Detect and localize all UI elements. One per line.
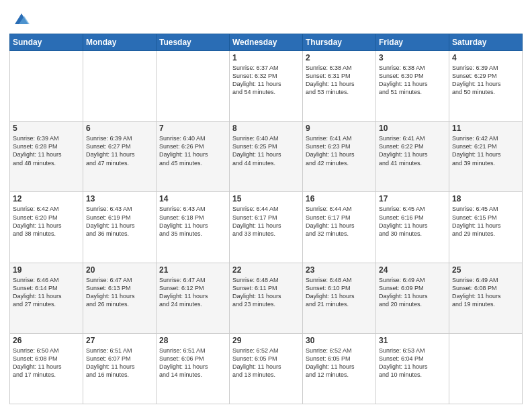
day-number: 30 — [306, 336, 373, 345]
day-number: 29 — [232, 336, 300, 345]
day-info: Sunrise: 6:49 AM Sunset: 6:09 PM Dayligh… — [379, 276, 446, 309]
calendar-cell: 4Sunrise: 6:39 AM Sunset: 6:29 PM Daylig… — [449, 51, 523, 122]
header — [9, 7, 523, 28]
day-number: 24 — [379, 265, 446, 275]
day-number: 8 — [232, 124, 300, 133]
day-info: Sunrise: 6:48 AM Sunset: 6:10 PM Dayligh… — [306, 276, 373, 309]
day-info: Sunrise: 6:45 AM Sunset: 6:16 PM Dayligh… — [379, 205, 446, 238]
calendar-cell: 2Sunrise: 6:38 AM Sunset: 6:31 PM Daylig… — [303, 51, 376, 122]
day-number: 31 — [379, 336, 446, 345]
calendar-week-5: 26Sunrise: 6:50 AM Sunset: 6:08 PM Dayli… — [10, 333, 523, 404]
calendar-cell: 24Sunrise: 6:49 AM Sunset: 6:09 PM Dayli… — [376, 263, 449, 333]
header-saturday: Saturday — [449, 34, 523, 51]
calendar-cell: 9Sunrise: 6:41 AM Sunset: 6:23 PM Daylig… — [303, 122, 376, 192]
day-number: 4 — [452, 53, 519, 62]
day-info: Sunrise: 6:39 AM Sunset: 6:28 PM Dayligh… — [13, 134, 80, 167]
weekday-header-row: Sunday Monday Tuesday Wednesday Thursday… — [10, 34, 523, 51]
day-number: 12 — [13, 194, 80, 203]
calendar-cell: 19Sunrise: 6:46 AM Sunset: 6:14 PM Dayli… — [10, 263, 83, 333]
calendar-cell: 7Sunrise: 6:40 AM Sunset: 6:26 PM Daylig… — [157, 122, 230, 192]
header-monday: Monday — [83, 34, 157, 51]
calendar-cell: 6Sunrise: 6:39 AM Sunset: 6:27 PM Daylig… — [83, 122, 157, 192]
day-info: Sunrise: 6:42 AM Sunset: 6:20 PM Dayligh… — [13, 205, 80, 238]
day-number: 17 — [379, 194, 446, 203]
day-info: Sunrise: 6:52 AM Sunset: 6:05 PM Dayligh… — [232, 347, 300, 379]
day-number: 9 — [306, 124, 373, 133]
header-thursday: Thursday — [303, 34, 376, 51]
day-number: 3 — [379, 53, 446, 62]
day-info: Sunrise: 6:38 AM Sunset: 6:31 PM Dayligh… — [306, 64, 373, 97]
day-info: Sunrise: 6:39 AM Sunset: 6:27 PM Dayligh… — [86, 134, 153, 167]
day-number: 11 — [452, 124, 519, 133]
calendar-cell — [449, 333, 523, 404]
calendar-cell: 17Sunrise: 6:45 AM Sunset: 6:16 PM Dayli… — [376, 192, 449, 263]
calendar-cell — [157, 51, 230, 122]
calendar-cell: 21Sunrise: 6:47 AM Sunset: 6:12 PM Dayli… — [157, 263, 230, 333]
day-info: Sunrise: 6:48 AM Sunset: 6:11 PM Dayligh… — [232, 276, 300, 309]
calendar-table: Sunday Monday Tuesday Wednesday Thursday… — [9, 34, 523, 404]
calendar-cell: 20Sunrise: 6:47 AM Sunset: 6:13 PM Dayli… — [83, 263, 157, 333]
day-info: Sunrise: 6:41 AM Sunset: 6:23 PM Dayligh… — [306, 134, 373, 167]
day-number: 15 — [232, 194, 300, 203]
day-info: Sunrise: 6:37 AM Sunset: 6:32 PM Dayligh… — [232, 64, 300, 97]
day-number: 6 — [86, 124, 153, 133]
calendar-cell: 14Sunrise: 6:43 AM Sunset: 6:18 PM Dayli… — [157, 192, 230, 263]
calendar-cell: 3Sunrise: 6:38 AM Sunset: 6:30 PM Daylig… — [376, 51, 449, 122]
day-number: 20 — [86, 265, 153, 275]
day-number: 7 — [159, 124, 226, 133]
calendar-cell: 8Sunrise: 6:40 AM Sunset: 6:25 PM Daylig… — [230, 122, 303, 192]
logo — [9, 9, 31, 28]
day-info: Sunrise: 6:40 AM Sunset: 6:25 PM Dayligh… — [232, 134, 300, 167]
calendar-cell: 11Sunrise: 6:42 AM Sunset: 6:21 PM Dayli… — [449, 122, 523, 192]
day-info: Sunrise: 6:53 AM Sunset: 6:04 PM Dayligh… — [379, 347, 446, 379]
day-number: 22 — [232, 265, 300, 275]
day-info: Sunrise: 6:40 AM Sunset: 6:26 PM Dayligh… — [159, 134, 226, 167]
calendar-cell: 31Sunrise: 6:53 AM Sunset: 6:04 PM Dayli… — [376, 333, 449, 404]
calendar-cell: 28Sunrise: 6:51 AM Sunset: 6:06 PM Dayli… — [157, 333, 230, 404]
calendar-week-3: 12Sunrise: 6:42 AM Sunset: 6:20 PM Dayli… — [10, 192, 523, 263]
day-info: Sunrise: 6:43 AM Sunset: 6:18 PM Dayligh… — [159, 205, 226, 238]
day-number: 26 — [13, 336, 80, 345]
day-number: 16 — [306, 194, 373, 203]
day-number: 25 — [452, 265, 519, 275]
day-number: 19 — [13, 265, 80, 275]
day-info: Sunrise: 6:41 AM Sunset: 6:22 PM Dayligh… — [379, 134, 446, 167]
calendar-cell: 10Sunrise: 6:41 AM Sunset: 6:22 PM Dayli… — [376, 122, 449, 192]
calendar-cell: 18Sunrise: 6:45 AM Sunset: 6:15 PM Dayli… — [449, 192, 523, 263]
calendar-cell: 16Sunrise: 6:44 AM Sunset: 6:17 PM Dayli… — [303, 192, 376, 263]
calendar-cell: 13Sunrise: 6:43 AM Sunset: 6:19 PM Dayli… — [83, 192, 157, 263]
day-number: 10 — [379, 124, 446, 133]
day-info: Sunrise: 6:45 AM Sunset: 6:15 PM Dayligh… — [452, 205, 519, 238]
header-friday: Friday — [376, 34, 449, 51]
calendar-cell: 27Sunrise: 6:51 AM Sunset: 6:07 PM Dayli… — [83, 333, 157, 404]
day-info: Sunrise: 6:44 AM Sunset: 6:17 PM Dayligh… — [232, 205, 300, 238]
day-number: 2 — [306, 53, 373, 62]
calendar-week-1: 1Sunrise: 6:37 AM Sunset: 6:32 PM Daylig… — [10, 51, 523, 122]
calendar-cell: 22Sunrise: 6:48 AM Sunset: 6:11 PM Dayli… — [230, 263, 303, 333]
day-info: Sunrise: 6:47 AM Sunset: 6:13 PM Dayligh… — [86, 276, 153, 309]
day-number: 21 — [159, 265, 226, 275]
calendar-week-2: 5Sunrise: 6:39 AM Sunset: 6:28 PM Daylig… — [10, 122, 523, 192]
day-number: 13 — [86, 194, 153, 203]
day-info: Sunrise: 6:43 AM Sunset: 6:19 PM Dayligh… — [86, 205, 153, 238]
day-info: Sunrise: 6:51 AM Sunset: 6:06 PM Dayligh… — [159, 347, 226, 379]
calendar-cell: 12Sunrise: 6:42 AM Sunset: 6:20 PM Dayli… — [10, 192, 83, 263]
calendar-cell: 30Sunrise: 6:52 AM Sunset: 6:05 PM Dayli… — [303, 333, 376, 404]
calendar-cell — [83, 51, 157, 122]
day-info: Sunrise: 6:46 AM Sunset: 6:14 PM Dayligh… — [13, 276, 80, 309]
day-number: 5 — [13, 124, 80, 133]
header-sunday: Sunday — [10, 34, 83, 51]
day-info: Sunrise: 6:39 AM Sunset: 6:29 PM Dayligh… — [452, 64, 519, 97]
day-number: 1 — [232, 53, 300, 62]
page: Sunday Monday Tuesday Wednesday Thursday… — [0, 0, 532, 411]
day-info: Sunrise: 6:49 AM Sunset: 6:08 PM Dayligh… — [452, 276, 519, 309]
day-info: Sunrise: 6:50 AM Sunset: 6:08 PM Dayligh… — [13, 347, 80, 379]
day-number: 18 — [452, 194, 519, 203]
calendar-cell — [10, 51, 83, 122]
day-number: 14 — [159, 194, 226, 203]
calendar-cell: 5Sunrise: 6:39 AM Sunset: 6:28 PM Daylig… — [10, 122, 83, 192]
day-info: Sunrise: 6:47 AM Sunset: 6:12 PM Dayligh… — [159, 276, 226, 309]
calendar-cell: 15Sunrise: 6:44 AM Sunset: 6:17 PM Dayli… — [230, 192, 303, 263]
day-number: 23 — [306, 265, 373, 275]
day-number: 27 — [86, 336, 153, 345]
